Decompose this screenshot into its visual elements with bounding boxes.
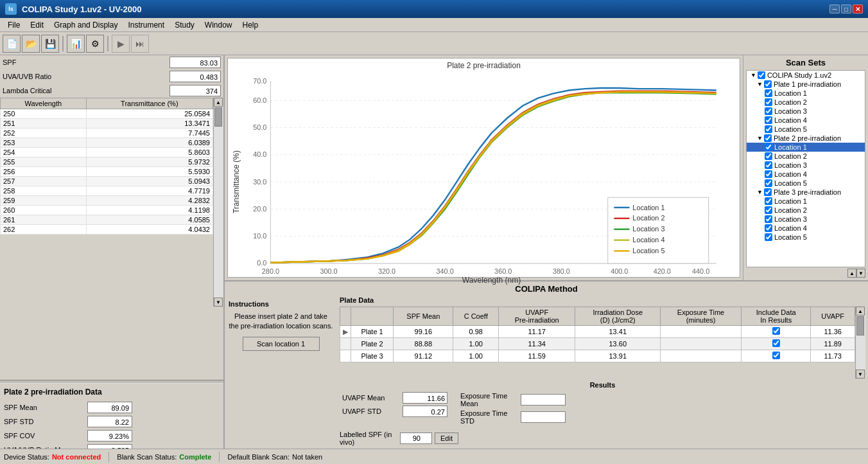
scan-sets-scroll-up[interactable]: ▲ — [847, 269, 856, 278]
p2l4-checkbox[interactable] — [765, 170, 772, 178]
menu-help[interactable]: Help — [238, 19, 264, 31]
plate-scroll-up[interactable]: ▲ — [856, 307, 865, 316]
plate2-include-checkbox[interactable] — [772, 339, 780, 347]
plate1-include-checkbox[interactable] — [772, 327, 780, 335]
toolbar-new-button[interactable]: 📄 — [3, 35, 21, 53]
tree-p3l4[interactable]: Location 4 — [747, 224, 865, 233]
scan-location-button[interactable]: Scan location 1 — [243, 337, 320, 351]
spf-label: SPF — [3, 58, 169, 66]
plate3-checkbox[interactable] — [764, 188, 772, 196]
p2l1-checkbox[interactable] — [765, 143, 772, 151]
scroll-thumb[interactable] — [214, 107, 222, 127]
p3l2-checkbox[interactable] — [765, 206, 772, 214]
menu-graph-display[interactable]: Graph and Display — [49, 19, 123, 31]
plate1-uvapf-pre: 11.17 — [498, 326, 575, 338]
p2l3-checkbox[interactable] — [765, 161, 772, 169]
uvapf-std-value: 0.27 — [403, 406, 447, 417]
tree-p2l4[interactable]: Location 4 — [747, 170, 865, 179]
plate2-include-cell[interactable] — [742, 338, 811, 350]
toolbar-open-button[interactable]: 📂 — [22, 35, 40, 53]
tree-p1l2[interactable]: Location 2 — [747, 98, 865, 107]
tree-p3l2[interactable]: Location 2 — [747, 206, 865, 215]
menu-study[interactable]: Study — [169, 19, 200, 31]
minimize-button[interactable]: ─ — [829, 4, 840, 13]
tree-plate2[interactable]: ▼ Plate 2 pre-irradiation — [747, 134, 865, 143]
tree-p3l3[interactable]: Location 3 — [747, 215, 865, 224]
root-checkbox[interactable] — [758, 71, 765, 79]
svg-text:20.0: 20.0 — [253, 205, 266, 213]
tree-p3l5[interactable]: Location 5 — [747, 233, 865, 242]
scan-sets-tree[interactable]: ▼ COLIPA Study 1.uv2 ▼ Plate 1 pre-irrad… — [746, 70, 865, 267]
col-spf-mean: SPF Mean — [394, 307, 453, 326]
p3l4-checkbox[interactable] — [765, 224, 772, 232]
menu-window[interactable]: Window — [200, 19, 238, 31]
uvapf-mean-value: 11.66 — [403, 392, 447, 404]
tree-p3l1[interactable]: Location 1 — [747, 197, 865, 206]
scroll-down-btn[interactable]: ▼ — [214, 298, 223, 307]
tree-p1l5[interactable]: Location 5 — [747, 125, 865, 134]
menu-instrument[interactable]: Instrument — [123, 19, 169, 31]
plate3-include-cell[interactable] — [742, 350, 811, 362]
plate3-uvapf: 11.73 — [811, 350, 855, 362]
svg-text:280.0: 280.0 — [262, 267, 279, 275]
plate-table-scrollbar[interactable]: ▲ ▼ — [855, 307, 865, 379]
tree-p1l1[interactable]: Location 1 — [747, 89, 865, 98]
p3l3-checkbox[interactable] — [765, 215, 772, 223]
scan-sets-scroll-down[interactable]: ▼ — [856, 269, 865, 278]
toolbar-chart-button[interactable]: 📊 — [67, 35, 85, 53]
maximize-button[interactable]: □ — [841, 4, 851, 13]
plate2-checkbox[interactable] — [764, 134, 772, 142]
tree-p1l4[interactable]: Location 4 — [747, 116, 865, 125]
wavelength-table-scroll[interactable]: Wavelength Transmittance (%) 25025.05842… — [0, 98, 213, 307]
table-scrollbar[interactable]: ▲ ▼ — [213, 98, 223, 307]
tree-p2l3[interactable]: Location 3 — [747, 161, 865, 170]
lambda-row: Lambda Critical 374 — [0, 84, 223, 98]
spf-std-row: SPF STD 8.22 — [4, 415, 220, 429]
plate3-include-checkbox[interactable] — [772, 352, 780, 359]
labelled-spf-input[interactable] — [400, 433, 432, 444]
toolbar-run-button[interactable]: ▶ — [112, 35, 130, 53]
plate2-expand-icon[interactable]: ▼ — [757, 135, 763, 141]
p1l2-checkbox[interactable] — [765, 98, 772, 106]
p1l1-checkbox[interactable] — [765, 89, 772, 97]
tree-root[interactable]: ▼ COLIPA Study 1.uv2 — [747, 71, 865, 80]
tree-p2l1[interactable]: Location 1 — [747, 143, 865, 152]
menu-file[interactable]: File — [3, 19, 25, 31]
uva-uvb-value: 0.483 — [169, 71, 221, 82]
menu-bar: File Edit Graph and Display Instrument S… — [0, 18, 868, 32]
plate3-label: Plate 3 pre-irradiation — [774, 188, 841, 196]
root-expand-icon[interactable]: ▼ — [751, 72, 756, 78]
table-row: 2584.7719 — [1, 186, 213, 196]
wavelength-cell: 251 — [1, 119, 87, 129]
transmittance-cell: 5.5930 — [86, 167, 213, 177]
toolbar-settings-button[interactable]: ⚙ — [86, 35, 104, 53]
edit-button[interactable]: Edit — [435, 433, 458, 444]
p3l1-checkbox[interactable] — [765, 197, 772, 205]
tree-p1l3[interactable]: Location 3 — [747, 107, 865, 116]
close-button[interactable]: ✕ — [853, 4, 863, 13]
col-uvapf: UVAPF — [811, 307, 855, 326]
svg-text:400.0: 400.0 — [611, 267, 628, 275]
p3l5-checkbox[interactable] — [765, 233, 772, 241]
tree-plate1[interactable]: ▼ Plate 1 pre-irradiation — [747, 80, 865, 89]
plate1-expand-icon[interactable]: ▼ — [757, 81, 763, 87]
p1l4-checkbox[interactable] — [765, 116, 772, 124]
p1l3-checkbox[interactable] — [765, 107, 772, 115]
transmittance-cell: 4.1198 — [86, 206, 213, 215]
p2l5-checkbox[interactable] — [765, 179, 772, 187]
tree-p2l2[interactable]: Location 2 — [747, 152, 865, 161]
wavelength-table: Wavelength Transmittance (%) 25025.05842… — [0, 98, 213, 235]
tree-plate3[interactable]: ▼ Plate 3 pre-irradiation — [747, 188, 865, 197]
plate1-checkbox[interactable] — [764, 80, 772, 88]
menu-edit[interactable]: Edit — [25, 19, 49, 31]
plate3-expand-icon[interactable]: ▼ — [757, 189, 763, 195]
p2l2-checkbox[interactable] — [765, 152, 772, 160]
plate-scroll-down[interactable]: ▼ — [856, 370, 865, 379]
toolbar-save-button[interactable]: 💾 — [41, 35, 59, 53]
plate1-include-cell[interactable] — [742, 326, 811, 338]
p1l5-checkbox[interactable] — [765, 125, 772, 133]
toolbar-skip-button[interactable]: ⏭ — [131, 35, 149, 53]
plate-scroll-thumb[interactable] — [856, 316, 864, 335]
scroll-up-btn[interactable]: ▲ — [214, 98, 223, 107]
tree-p2l5[interactable]: Location 5 — [747, 179, 865, 188]
